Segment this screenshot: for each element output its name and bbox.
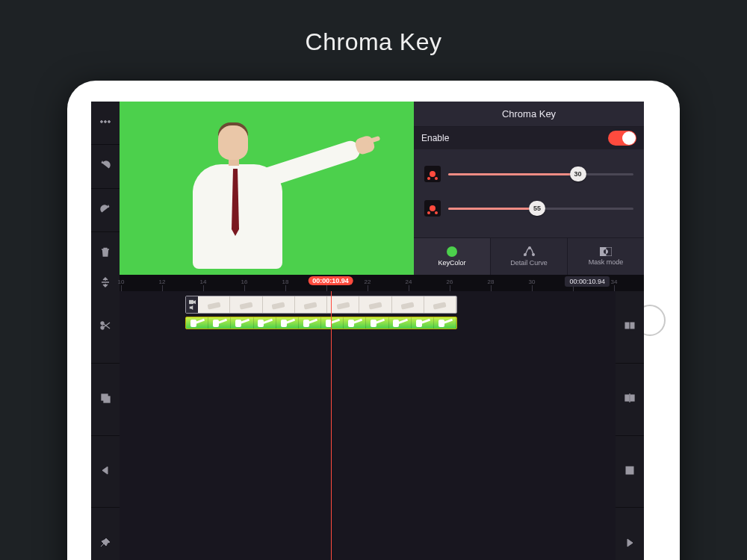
snap-button[interactable]: [616, 291, 644, 364]
page-title: Chroma Key: [0, 0, 747, 77]
overlay-frame-thumb: [321, 317, 344, 329]
split-button[interactable]: [616, 364, 644, 436]
copy-button[interactable]: [91, 364, 120, 436]
mode-detailcurve[interactable]: Detail Curve: [491, 238, 568, 275]
ruler-mark: 18: [282, 279, 289, 285]
left-toolbar: [91, 102, 120, 275]
overlay-frame-thumb: [389, 317, 412, 329]
slider-similarity-track[interactable]: 30: [448, 167, 633, 181]
mode-keycolor[interactable]: KeyColor: [414, 238, 491, 275]
redo-button[interactable]: [91, 189, 120, 232]
ruler-mark: 24: [406, 279, 412, 285]
chroma-panel: Chroma Key Enable 3055 KeyColorDetail Cu…: [414, 102, 644, 275]
timeline-ruler-row: 10121416182022242628303234 00:00:10.94 0…: [91, 275, 644, 291]
svg-rect-19: [626, 467, 633, 474]
panel-header: Chroma Key: [414, 102, 644, 127]
svg-point-2: [108, 121, 111, 123]
mode-tabs: KeyColorDetail CurveMask mode: [414, 237, 644, 275]
duplicate-icon: [624, 464, 636, 479]
ruler-mark: 10: [118, 279, 125, 285]
fit-vertical-button[interactable]: [91, 275, 120, 291]
split-icon: [624, 392, 636, 406]
next-frame-button[interactable]: [616, 508, 644, 560]
overlay-frame-thumb: [186, 317, 208, 329]
undo-icon: [99, 159, 111, 173]
mode-maskmode-label: Mask mode: [589, 258, 624, 266]
triangle-right-icon: [624, 537, 636, 551]
mode-keycolor-label: KeyColor: [438, 259, 465, 267]
timeline-right-toolbar: [616, 291, 644, 560]
scissors-icon: [99, 320, 111, 334]
overlay-frame-thumb: [276, 317, 299, 329]
ruler-mark: 26: [447, 279, 453, 285]
svg-point-10: [101, 322, 104, 325]
back-button[interactable]: [420, 105, 439, 124]
confirm-button[interactable]: [619, 105, 638, 124]
video-track-header: [186, 296, 198, 313]
overlay-frame-thumb: [434, 317, 456, 329]
timeline-ruler[interactable]: 10121416182022242628303234: [121, 275, 614, 291]
fit-vertical-icon: [99, 276, 111, 290]
trash-button[interactable]: [91, 232, 120, 275]
pin-icon: [99, 537, 111, 551]
redo-icon: [99, 203, 111, 217]
svg-point-6: [533, 254, 535, 256]
slider-similarity-icon: [424, 166, 441, 182]
ruler-mark: 16: [241, 279, 248, 285]
video-track[interactable]: [185, 296, 457, 314]
mode-detailcurve-label: Detail Curve: [510, 259, 548, 267]
timeline-left-toolbar: [91, 291, 120, 560]
overlay-frame-thumb: [366, 317, 388, 329]
ruler-mark: 12: [159, 279, 166, 285]
more-icon: [99, 116, 111, 130]
ruler-mark: 22: [365, 279, 371, 285]
slider-smoothness-track[interactable]: 55: [448, 202, 633, 215]
snap-icon: [624, 320, 636, 334]
overlay-frame-thumb: [231, 317, 253, 329]
curve-icon: [523, 246, 535, 257]
enable-toggle[interactable]: [608, 131, 636, 146]
video-frame-thumb: [198, 296, 230, 313]
more-button[interactable]: [91, 102, 120, 145]
svg-point-4: [524, 254, 527, 256]
video-frame-thumb: [295, 296, 327, 313]
svg-rect-13: [104, 396, 110, 402]
svg-point-11: [101, 326, 104, 329]
app-screen: Chroma Key Enable 3055 KeyColorDetail Cu…: [91, 102, 644, 560]
ruler-mark: 14: [200, 279, 207, 285]
slider-similarity: 30: [424, 166, 633, 182]
prev-frame-button[interactable]: [91, 436, 120, 508]
svg-point-1: [105, 121, 107, 123]
overlay-frame-thumb: [412, 317, 434, 329]
svg-rect-16: [630, 323, 634, 329]
video-frame-thumb: [263, 296, 295, 313]
timeline-area[interactable]: [120, 291, 616, 560]
current-time-display: 00:00:10.94: [565, 276, 610, 287]
svg-rect-18: [630, 395, 634, 401]
video-frame-thumb: [327, 296, 359, 313]
slider-smoothness: 55: [424, 200, 633, 217]
duplicate-button[interactable]: [616, 436, 644, 508]
playhead-line[interactable]: [331, 291, 332, 560]
overlay-track[interactable]: [185, 317, 457, 329]
copy-icon: [99, 392, 111, 406]
preview-subject: [172, 121, 366, 275]
cut-button[interactable]: [91, 291, 120, 364]
trash-icon: [99, 246, 111, 261]
mode-maskmode[interactable]: Mask mode: [568, 238, 644, 275]
playhead-badge[interactable]: 00:00:10.94: [308, 276, 353, 285]
video-preview[interactable]: [120, 102, 414, 275]
undo-button[interactable]: [91, 145, 120, 188]
sliders-area: 3055: [414, 149, 644, 237]
enable-row: Enable: [414, 127, 644, 149]
slider-similarity-thumb[interactable]: 30: [570, 167, 586, 181]
overlay-frame-thumb: [344, 317, 366, 329]
pin-button[interactable]: [91, 508, 120, 560]
svg-rect-15: [625, 323, 629, 329]
svg-rect-17: [625, 395, 629, 401]
video-frame-thumb: [424, 296, 456, 313]
svg-point-0: [101, 121, 103, 123]
enable-label: Enable: [421, 133, 449, 143]
video-frame-thumb: [392, 296, 424, 313]
slider-smoothness-thumb[interactable]: 55: [529, 201, 545, 216]
